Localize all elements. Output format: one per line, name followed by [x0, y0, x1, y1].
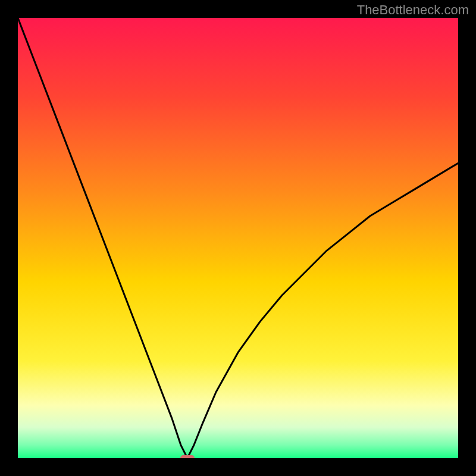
- optimal-marker: [180, 455, 195, 458]
- bottleneck-curve: [18, 18, 458, 458]
- watermark-text: TheBottleneck.com: [357, 2, 469, 18]
- chart-frame: [18, 18, 458, 458]
